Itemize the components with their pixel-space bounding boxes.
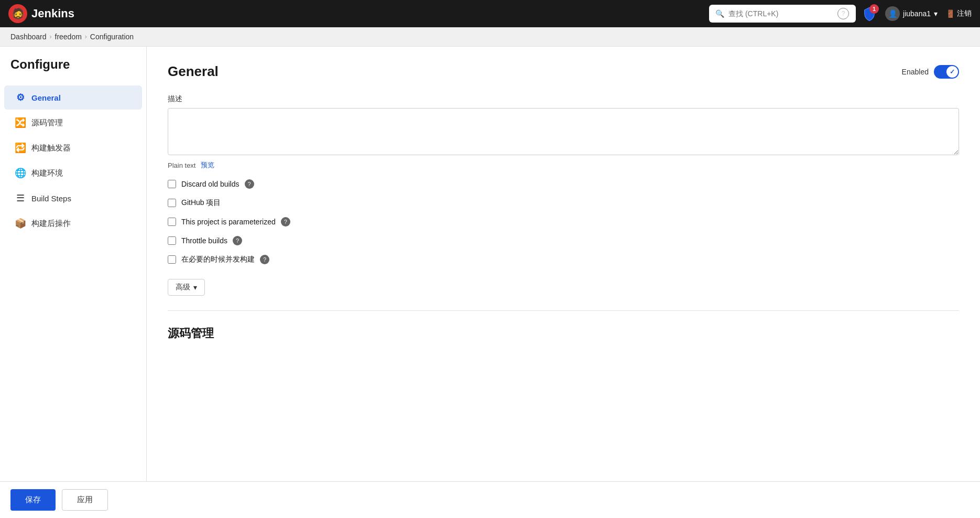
sidebar-title: Configure xyxy=(0,57,146,84)
advanced-label: 高级 xyxy=(176,283,190,292)
security-count-badge: 1 xyxy=(869,4,879,14)
source-icon: 🔀 xyxy=(15,117,26,128)
general-icon: ⚙ xyxy=(15,92,26,103)
enabled-label: Enabled xyxy=(902,68,929,76)
source-section-title: 源码管理 xyxy=(168,326,959,341)
checkbox-row-discard: Discard old builds ? xyxy=(168,179,959,189)
save-bar: 保存 应用 xyxy=(0,481,980,518)
checkbox-row-concurrent: 在必要的时候并发构建 ? xyxy=(168,255,959,264)
env-icon: 🌐 xyxy=(15,167,26,179)
main-content: General Enabled ✓ 描述 Plain text 预览 Disca… xyxy=(147,47,980,516)
throttle-builds-label: Throttle builds xyxy=(181,236,227,245)
save-button[interactable]: 保存 xyxy=(10,489,56,511)
user-dropdown-chevron-icon: ▾ xyxy=(934,9,938,18)
sidebar-item-source-label: 源码管理 xyxy=(31,118,63,128)
advanced-chevron-icon: ▾ xyxy=(193,283,197,292)
advanced-button[interactable]: 高级 ▾ xyxy=(168,279,205,296)
jenkins-logo-icon: 🧔 xyxy=(8,4,27,23)
apply-button[interactable]: 应用 xyxy=(62,489,108,511)
concurrent-builds-checkbox[interactable] xyxy=(168,255,176,264)
parameterized-help-icon[interactable]: ? xyxy=(281,217,290,226)
sidebar-item-general[interactable]: ⚙ General xyxy=(4,85,142,110)
throttle-builds-checkbox[interactable] xyxy=(168,236,176,245)
preview-link[interactable]: 预览 xyxy=(201,160,214,170)
section-title: General xyxy=(168,63,219,80)
concurrent-builds-help-icon[interactable]: ? xyxy=(260,255,269,264)
sidebar-item-build-steps[interactable]: ☰ Build Steps xyxy=(4,186,142,210)
throttle-builds-help-icon[interactable]: ? xyxy=(233,236,242,245)
search-icon: 🔍 xyxy=(715,9,724,18)
github-project-label: GitHub 项目 xyxy=(181,198,221,208)
sidebar-item-env-label: 构建环境 xyxy=(31,168,63,178)
sidebar-item-trigger[interactable]: 🔁 构建触发器 xyxy=(4,136,142,160)
toggle-check-icon: ✓ xyxy=(950,68,955,75)
breadcrumb-project[interactable]: freedom xyxy=(55,33,82,41)
post-icon: 📦 xyxy=(15,218,26,229)
search-box: 🔍 ? xyxy=(709,5,856,23)
enabled-toggle-row: Enabled ✓ xyxy=(902,65,959,79)
section-header: General Enabled ✓ xyxy=(168,63,959,80)
brand-name: Jenkins xyxy=(31,7,74,20)
search-input[interactable] xyxy=(728,9,833,18)
sidebar: Configure ⚙ General 🔀 源码管理 🔁 构建触发器 🌐 构建环… xyxy=(0,47,147,516)
sidebar-item-general-label: General xyxy=(31,93,61,102)
section-divider xyxy=(168,310,959,311)
description-label: 描述 xyxy=(168,94,959,104)
checkbox-row-parameterized: This project is parameterized ? xyxy=(168,217,959,226)
main-layout: Configure ⚙ General 🔀 源码管理 🔁 构建触发器 🌐 构建环… xyxy=(0,47,980,516)
discard-builds-checkbox[interactable] xyxy=(168,180,176,188)
concurrent-builds-label: 在必要的时候并发构建 xyxy=(181,255,255,264)
search-help-button[interactable]: ? xyxy=(837,8,849,19)
build-steps-icon: ☰ xyxy=(15,192,26,204)
logout-button[interactable]: 🚪 注销 xyxy=(946,9,972,18)
logout-label: 注销 xyxy=(957,9,972,18)
enabled-toggle-switch[interactable]: ✓ xyxy=(934,65,959,79)
sidebar-item-trigger-label: 构建触发器 xyxy=(31,143,71,153)
breadcrumb-dashboard[interactable]: Dashboard xyxy=(10,33,47,41)
parameterized-label: This project is parameterized xyxy=(181,218,276,226)
toggle-knob: ✓ xyxy=(946,66,958,78)
description-textarea[interactable] xyxy=(168,108,959,155)
plain-text-label: Plain text xyxy=(168,161,195,169)
logout-icon: 🚪 xyxy=(946,9,955,18)
checkbox-row-throttle: Throttle builds ? xyxy=(168,236,959,245)
sidebar-item-post[interactable]: 📦 构建后操作 xyxy=(4,211,142,235)
parameterized-checkbox[interactable] xyxy=(168,218,176,226)
discard-builds-help-icon[interactable]: ? xyxy=(245,179,254,189)
github-project-checkbox[interactable] xyxy=(168,199,176,207)
user-avatar-icon: 👤 xyxy=(885,6,900,21)
brand-logo[interactable]: 🧔 Jenkins xyxy=(8,4,703,23)
sidebar-item-env[interactable]: 🌐 构建环境 xyxy=(4,161,142,185)
user-menu[interactable]: 👤 jiubana1 ▾ xyxy=(885,6,938,21)
sidebar-item-post-label: 构建后操作 xyxy=(31,219,71,229)
breadcrumb: Dashboard › freedom › Configuration xyxy=(0,27,980,47)
discard-builds-label: Discard old builds xyxy=(181,180,239,188)
sidebar-item-source[interactable]: 🔀 源码管理 xyxy=(4,111,142,135)
username-label: jiubana1 xyxy=(903,9,931,18)
breadcrumb-current: Configuration xyxy=(90,33,134,41)
breadcrumb-sep-1: › xyxy=(50,33,52,40)
sidebar-item-steps-label: Build Steps xyxy=(31,194,71,203)
security-badge[interactable]: 1 xyxy=(862,6,877,21)
checkbox-row-github: GitHub 项目 xyxy=(168,198,959,208)
navbar-right: 1 👤 jiubana1 ▾ 🚪 注销 xyxy=(862,6,972,21)
navbar: 🧔 Jenkins 🔍 ? 1 👤 jiubana1 ▾ 🚪 注销 xyxy=(0,0,980,27)
trigger-icon: 🔁 xyxy=(15,142,26,154)
text-format-row: Plain text 预览 xyxy=(168,160,959,170)
breadcrumb-sep-2: › xyxy=(85,33,87,40)
